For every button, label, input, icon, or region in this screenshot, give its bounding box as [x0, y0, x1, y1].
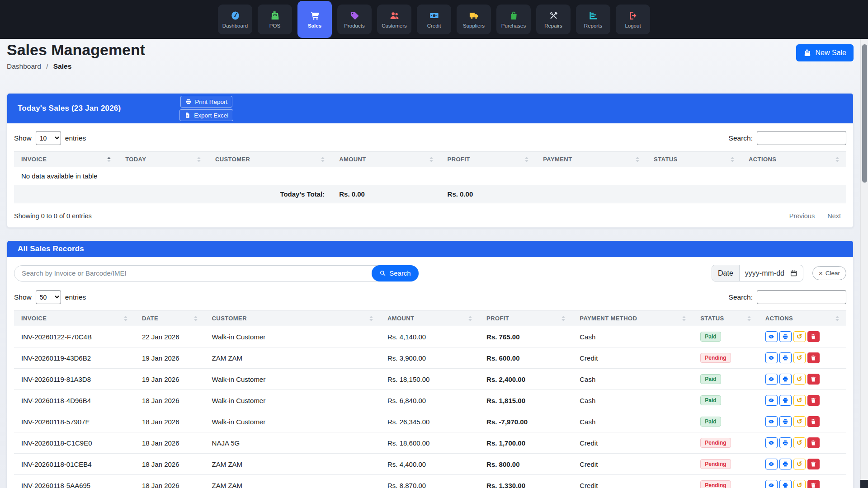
records-table-search-input[interactable] [757, 290, 846, 304]
sort-arrows-icon [321, 157, 325, 162]
column-header-profit[interactable]: PROFIT [479, 311, 572, 326]
column-header-profit[interactable]: PROFIT [440, 152, 536, 167]
print-invoice-button[interactable] [779, 395, 792, 406]
view-sale-button[interactable] [765, 459, 778, 469]
sale-row: INV-20260118-01CEB418 Jan 2026ZAM ZAMRs.… [14, 454, 846, 475]
date-input[interactable]: yyyy-mm-dd [740, 265, 790, 281]
column-header-actions[interactable]: ACTIONS [758, 311, 846, 326]
column-header-amount[interactable]: AMOUNT [380, 311, 479, 326]
delete-sale-button[interactable] [807, 459, 820, 469]
print-invoice-button[interactable] [779, 416, 792, 427]
clear-date-button[interactable]: × Clear [812, 266, 846, 280]
delete-sale-button[interactable] [807, 374, 820, 385]
return-sale-button[interactable]: ↺ [793, 416, 806, 427]
print-invoice-button[interactable] [779, 331, 792, 342]
column-header-payment[interactable]: PAYMENT [536, 152, 646, 167]
sort-arrows-icon [468, 316, 472, 321]
customer-cell: Walk-in Customer [205, 369, 380, 390]
view-sale-button[interactable] [765, 437, 778, 448]
print-invoice-button[interactable] [779, 459, 792, 469]
date-cell: 19 Jan 2026 [135, 347, 205, 369]
nav-item-products[interactable]: Products [337, 5, 372, 34]
column-header-actions[interactable]: ACTIONS [741, 152, 846, 167]
invoice-search-group: Search [14, 265, 419, 282]
column-header-status[interactable]: STATUS [693, 311, 758, 326]
view-sale-button[interactable] [765, 480, 778, 488]
previous-page-button[interactable]: Previous [789, 212, 815, 220]
entries-per-page-select[interactable]: 50 [36, 290, 61, 304]
nav-item-repairs[interactable]: Repairs [536, 5, 571, 34]
view-sale-button[interactable] [765, 416, 778, 427]
view-sale-button[interactable] [765, 374, 778, 385]
breadcrumb: Dashboard / Sales [7, 62, 145, 70]
delete-sale-button[interactable] [807, 416, 820, 427]
today-table-footer: Showing 0 to 0 of 0 entries Previous Nex… [7, 203, 853, 227]
customer-cell: Walk-in Customer [205, 411, 380, 432]
nav-item-suppliers[interactable]: Suppliers [457, 5, 491, 34]
delete-sale-button[interactable] [807, 480, 820, 488]
delete-sale-button[interactable] [807, 331, 820, 342]
next-page-button[interactable]: Next [827, 212, 841, 220]
sort-arrows-icon [107, 157, 111, 162]
todays-sales-header: Today's Sales (23 Jan 2026) Print Report… [7, 94, 853, 123]
delete-sale-button[interactable] [807, 395, 820, 406]
print-invoice-button[interactable] [779, 437, 792, 448]
column-header-date[interactable]: DATE [135, 311, 205, 326]
nav-item-sales[interactable]: Sales [297, 1, 332, 38]
print-invoice-button[interactable] [779, 480, 792, 488]
return-sale-button[interactable]: ↺ [793, 459, 806, 469]
printer-icon [782, 418, 788, 425]
entries-per-page-select[interactable]: 10 [36, 131, 61, 145]
scrollbar-track[interactable] [860, 39, 868, 488]
column-header-invoice[interactable]: INVOICE [14, 311, 135, 326]
today-table-search-input[interactable] [757, 131, 846, 145]
export-excel-button[interactable]: x Export Excel [179, 109, 233, 121]
nav-item-label: Repairs [544, 23, 562, 28]
return-sale-button[interactable]: ↺ [793, 352, 806, 363]
printer-icon [782, 440, 788, 446]
nav-item-label: Dashboard [222, 23, 248, 28]
column-header-today[interactable]: TODAY [118, 152, 208, 167]
nav-item-customers[interactable]: Customers [377, 5, 411, 34]
status-cell: Pending [693, 347, 758, 369]
nav-item-dashboard[interactable]: Dashboard [218, 5, 252, 34]
entries-label: entries [65, 293, 86, 301]
new-sale-button[interactable]: New Sale [796, 44, 854, 61]
column-header-payment-method[interactable]: PAYMENT METHOD [572, 311, 693, 326]
column-header-amount[interactable]: AMOUNT [332, 152, 440, 167]
view-sale-button[interactable] [765, 331, 778, 342]
print-invoice-button[interactable] [779, 374, 792, 385]
calendar-icon[interactable] [790, 269, 797, 277]
printer-icon [782, 397, 788, 404]
breadcrumb-dashboard-link[interactable]: Dashboard [7, 62, 41, 70]
undo-icon: ↺ [797, 440, 802, 446]
scrollbar-thumb[interactable] [862, 44, 867, 183]
tools-icon [548, 10, 559, 21]
invoice-search-input[interactable] [14, 265, 419, 282]
delete-sale-button[interactable] [807, 352, 820, 363]
nav-item-purchases[interactable]: Purchases [496, 5, 531, 34]
return-sale-button[interactable]: ↺ [793, 374, 806, 385]
search-button[interactable]: Search [372, 265, 419, 282]
actions-cell: ↺ [758, 390, 846, 411]
nav-item-reports[interactable]: Reports [576, 5, 610, 34]
nav-item-logout[interactable]: Logout [616, 5, 650, 34]
delete-sale-button[interactable] [807, 437, 820, 448]
view-sale-button[interactable] [765, 395, 778, 406]
eye-icon [768, 418, 774, 425]
nav-item-pos[interactable]: POS [258, 5, 292, 34]
return-sale-button[interactable]: ↺ [793, 437, 806, 448]
column-header-invoice[interactable]: INVOICE [14, 152, 118, 167]
print-invoice-button[interactable] [779, 352, 792, 363]
return-sale-button[interactable]: ↺ [793, 331, 806, 342]
column-header-status[interactable]: STATUS [646, 152, 741, 167]
sale-row: INV-20260118-5AA69518 Jan 2026ZAM ZAMRs.… [14, 475, 846, 488]
return-sale-button[interactable]: ↺ [793, 480, 806, 488]
print-report-button[interactable]: Print Report [180, 96, 232, 108]
column-header-customer[interactable]: CUSTOMER [205, 311, 380, 326]
column-header-customer[interactable]: CUSTOMER [208, 152, 332, 167]
profit-cell: Rs. -7,970.00 [479, 411, 572, 432]
return-sale-button[interactable]: ↺ [793, 395, 806, 406]
nav-item-credit[interactable]: Credit [417, 5, 451, 34]
view-sale-button[interactable] [765, 352, 778, 363]
